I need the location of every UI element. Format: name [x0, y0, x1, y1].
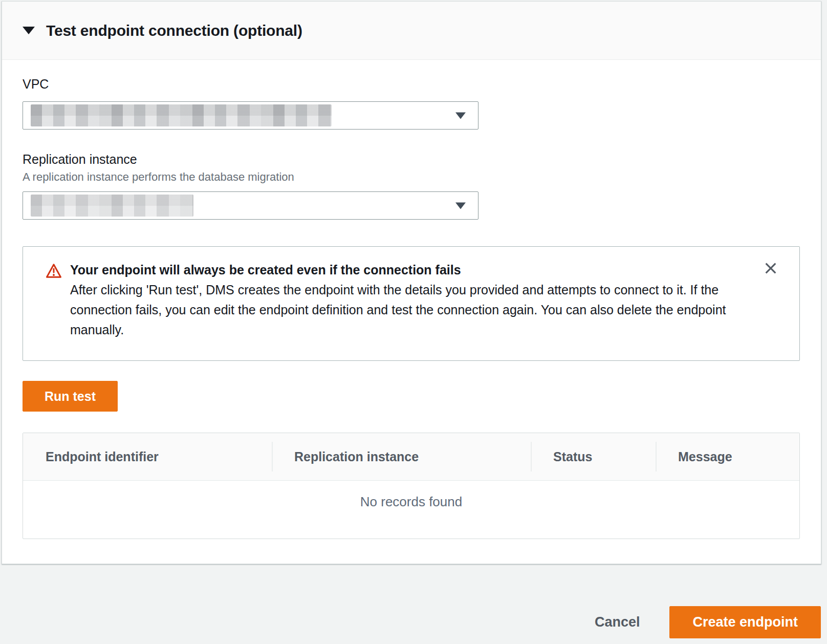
table-header-row: Endpoint identifier Replication instance… [23, 433, 799, 481]
section-header[interactable]: Test endpoint connection (optional) [2, 2, 821, 60]
section-body: VPC Replication instance A replication i… [2, 77, 821, 539]
empty-state-text: No records found [360, 494, 462, 510]
vpc-label: VPC [23, 77, 800, 92]
vpc-select[interactable] [23, 101, 478, 130]
test-endpoint-connection-card: Test endpoint connection (optional) VPC … [2, 1, 821, 564]
warning-triangle-icon [46, 260, 62, 340]
run-test-button[interactable]: Run test [23, 381, 118, 412]
column-header-endpoint-identifier: Endpoint identifier [23, 433, 272, 480]
column-header-replication-instance: Replication instance [272, 433, 531, 480]
chevron-down-icon [455, 112, 466, 119]
warning-text: Your endpoint will always be created eve… [70, 260, 733, 340]
warning-title: Your endpoint will always be created eve… [70, 260, 733, 280]
section-title: Test endpoint connection (optional) [46, 22, 302, 39]
column-header-status: Status [531, 433, 656, 480]
cancel-button[interactable]: Cancel [595, 614, 640, 630]
test-results-table: Endpoint identifier Replication instance… [23, 433, 800, 539]
replication-instance-select[interactable] [23, 191, 478, 220]
replication-instance-label: Replication instance [23, 152, 800, 167]
replication-instance-redacted-value [31, 195, 193, 217]
warning-body: After clicking 'Run test', DMS creates t… [70, 280, 733, 340]
column-header-message: Message [656, 433, 799, 480]
chevron-down-icon [455, 202, 466, 209]
warning-alert: Your endpoint will always be created eve… [23, 246, 800, 361]
dismiss-warning-button[interactable] [760, 258, 781, 278]
footer-actions: Cancel Create endpoint [595, 606, 821, 638]
table-empty-state: No records found [23, 481, 799, 539]
replication-instance-description: A replication instance performs the data… [23, 170, 800, 184]
close-icon [763, 260, 779, 276]
collapse-triangle-icon [23, 27, 35, 34]
create-endpoint-button[interactable]: Create endpoint [669, 606, 821, 638]
vpc-redacted-value [31, 104, 332, 126]
